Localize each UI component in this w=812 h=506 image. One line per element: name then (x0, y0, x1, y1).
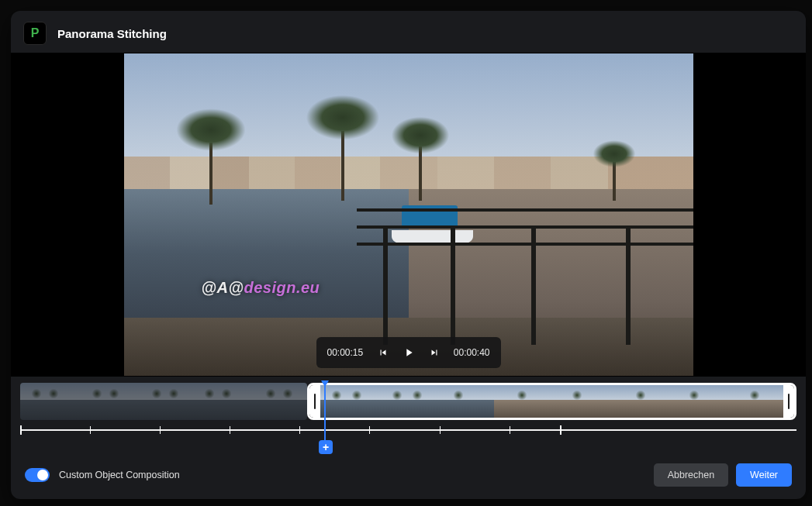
add-marker-button[interactable]: + (319, 440, 333, 454)
skip-next-icon (429, 347, 440, 358)
timeline-strip[interactable] (20, 383, 796, 420)
watermark-accent: design.eu (244, 279, 320, 296)
timeline-area: + (11, 377, 806, 439)
play-icon (403, 346, 415, 359)
app-icon: P (23, 22, 47, 45)
prev-frame-button[interactable] (378, 347, 389, 358)
custom-composition-toggle[interactable] (25, 468, 50, 482)
next-frame-button[interactable] (429, 347, 440, 358)
video-preview-frame[interactable]: @A@design.eu 00:00:15 00:00:40 (124, 53, 693, 376)
watermark-text: @A@design.eu (202, 279, 320, 297)
player-controls: 00:00:15 00:00:40 (316, 337, 501, 368)
timeline-selected-range[interactable] (307, 383, 796, 420)
custom-composition-label: Custom Object Composition (59, 470, 180, 480)
current-time: 00:00:15 (327, 347, 364, 358)
next-button[interactable]: Weiter (736, 463, 792, 487)
cancel-button[interactable]: Abbrechen (654, 463, 728, 487)
total-time: 00:00:40 (454, 347, 490, 358)
range-handle-left[interactable] (309, 385, 320, 418)
range-handle-right[interactable] (783, 385, 794, 418)
video-preview-area: @A@design.eu 00:00:15 00:00:40 (11, 53, 806, 377)
dialog-title: Panorama Stitching (57, 27, 167, 40)
play-button[interactable] (403, 346, 415, 359)
app-icon-letter: P (31, 26, 40, 40)
watermark-prefix: @A@ (202, 279, 244, 296)
panorama-stitching-dialog: P Panorama Stitching (11, 11, 806, 499)
plus-icon: + (323, 441, 329, 453)
skip-previous-icon (378, 347, 389, 358)
dialog-footer: Custom Object Composition Abbrechen Weit… (11, 453, 806, 499)
timeline-out-range (20, 383, 307, 420)
timeline-ruler[interactable]: + (20, 425, 796, 435)
dialog-header: P Panorama Stitching (11, 11, 806, 53)
